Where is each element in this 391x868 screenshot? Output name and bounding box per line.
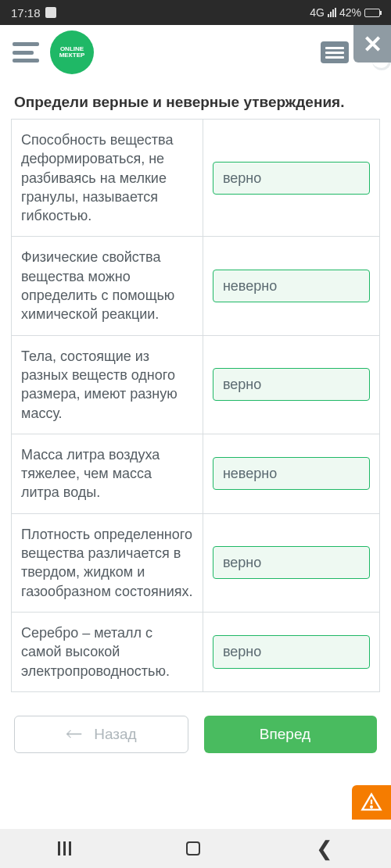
answer-cell: верно (203, 513, 379, 612)
answer-cell: неверно (203, 434, 379, 513)
site-logo[interactable]: ONLINE МЕКТЕР (50, 30, 94, 74)
status-battery-pct: 42% (339, 6, 361, 19)
table-row: Масса литра воздуха тяжелее, чем масса л… (12, 434, 380, 513)
status-time: 17:18 (11, 6, 41, 20)
logo-line2: МЕКТЕР (59, 52, 85, 59)
menu-icon[interactable] (13, 42, 39, 63)
status-network: 4G (310, 6, 325, 19)
table-row: Физические свойства вещества можно опред… (12, 237, 380, 335)
answer-select[interactable]: верно (213, 368, 370, 401)
warning-tab[interactable] (352, 785, 391, 820)
answer-select[interactable]: неверно (213, 270, 370, 302)
android-nav-bar: ❮ (0, 829, 391, 868)
statement-cell: Плотность определенного вещества различа… (12, 513, 203, 612)
home-icon[interactable] (186, 841, 200, 855)
statement-cell: Масса литра воздуха тяжелее, чем масса л… (12, 434, 203, 513)
status-bar: 17:18 4G 42% (0, 0, 391, 25)
back-icon[interactable]: ❮ (316, 837, 333, 861)
svg-point-1 (371, 806, 372, 808)
statement-cell: Тела, состоящие из разных веществ одного… (12, 335, 203, 434)
table-row: Способность вещества деформироваться, не… (12, 120, 380, 237)
app-header: ONLINE МЕКТЕР ✕ (0, 25, 391, 80)
arrow-left-icon: 🡐 (66, 724, 83, 745)
nav-row: 🡐 Назад Вперед (0, 692, 391, 753)
table-row: Тела, состоящие из разных веществ одного… (12, 335, 380, 434)
quiz-table: Способность вещества деформироваться, не… (11, 119, 380, 692)
answer-select[interactable]: неверно (213, 457, 370, 490)
battery-icon (364, 9, 380, 17)
statement-cell: Серебро – металл с самой высокой электро… (12, 612, 203, 691)
forward-label: Вперед (260, 726, 310, 743)
answer-select[interactable]: верно (213, 546, 370, 579)
statement-cell: Физические свойства вещества можно опред… (12, 237, 203, 335)
signal-icon (328, 8, 336, 17)
warning-icon (361, 791, 382, 813)
table-row: Плотность определенного вещества различа… (12, 513, 380, 612)
back-label: Назад (94, 726, 136, 743)
answer-cell: верно (203, 612, 379, 691)
back-button[interactable]: 🡐 Назад (14, 716, 188, 753)
answer-select[interactable]: верно (213, 162, 370, 195)
answer-select[interactable]: верно (213, 635, 370, 668)
answer-cell: неверно (203, 237, 379, 335)
forward-button[interactable]: Вперед (204, 716, 377, 753)
status-app-icon (45, 7, 56, 18)
table-row: Серебро – металл с самой высокой электро… (12, 612, 380, 691)
statement-cell: Способность вещества деформироваться, не… (12, 120, 203, 237)
recent-apps-icon[interactable] (58, 841, 71, 855)
list-icon[interactable] (321, 41, 349, 63)
answer-cell: верно (203, 120, 379, 237)
question-title: Определи верные и неверные утверждения. (11, 91, 380, 114)
content-area: Определи верные и неверные утверждения. … (0, 80, 391, 692)
close-button[interactable]: ✕ (353, 25, 391, 63)
answer-cell: верно (203, 335, 379, 434)
